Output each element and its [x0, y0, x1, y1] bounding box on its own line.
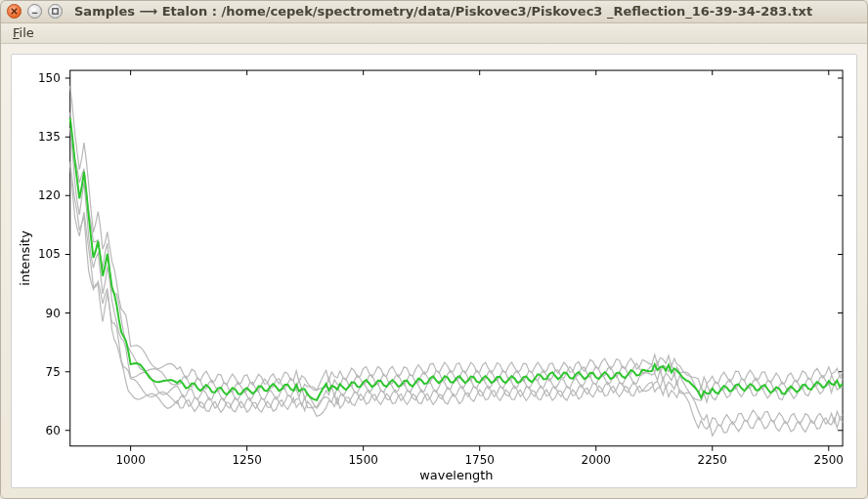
svg-text:intensity: intensity — [18, 230, 32, 286]
svg-text:120: 120 — [38, 188, 61, 202]
minimize-icon[interactable] — [27, 4, 42, 19]
svg-text:2000: 2000 — [582, 453, 611, 467]
svg-text:1750: 1750 — [465, 453, 495, 467]
svg-text:wavelength: wavelength — [419, 468, 493, 482]
svg-text:150: 150 — [38, 71, 61, 85]
svg-text:105: 105 — [38, 247, 61, 261]
menubar: File — [1, 23, 867, 44]
menu-file-label-tail: ile — [20, 25, 34, 40]
window-titlebar: Samples ⟶ Etalon : /home/cepek/spectrome… — [1, 1, 867, 23]
svg-rect-4 — [70, 70, 843, 446]
svg-text:90: 90 — [46, 307, 61, 320]
maximize-icon[interactable] — [48, 4, 63, 19]
svg-text:1250: 1250 — [232, 453, 261, 467]
svg-text:60: 60 — [46, 424, 61, 437]
spectrometry-chart: 1000125015001750200022502500607590105120… — [11, 54, 857, 488]
svg-text:75: 75 — [46, 365, 61, 379]
svg-rect-3 — [53, 9, 58, 14]
window-title: Samples ⟶ Etalon : /home/cepek/spectrome… — [74, 4, 812, 19]
menu-file[interactable]: File — [5, 23, 42, 42]
svg-text:135: 135 — [38, 130, 61, 144]
svg-text:2250: 2250 — [698, 453, 727, 467]
svg-text:2500: 2500 — [814, 453, 844, 467]
close-icon[interactable] — [7, 4, 22, 19]
svg-text:1500: 1500 — [348, 453, 377, 467]
svg-text:1000: 1000 — [115, 453, 145, 467]
plot-area: 1000125015001750200022502500607590105120… — [1, 44, 867, 498]
